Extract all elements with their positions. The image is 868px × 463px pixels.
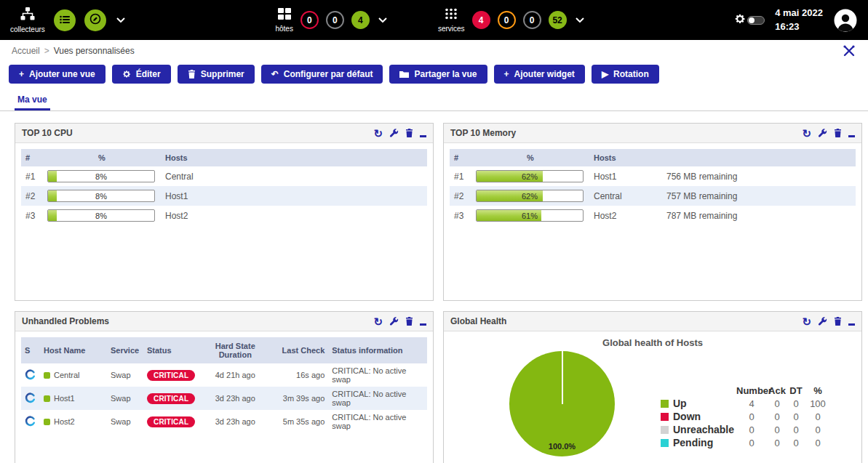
service-name[interactable]: Swap — [107, 387, 143, 410]
legend-row-down: Down 0 0 0 0 — [661, 410, 831, 423]
table-row: #2 8% Host1 — [21, 186, 427, 206]
service-name[interactable]: Swap — [107, 410, 143, 433]
service-name[interactable]: Swap — [107, 363, 143, 387]
host-name[interactable]: Host2 — [54, 417, 75, 426]
column-header: Hosts — [161, 149, 427, 166]
current-date: 4 mai 2022 — [775, 7, 823, 20]
table-row: #1 62% Host1 756 MB remaining — [450, 166, 856, 186]
tab-ma-vue[interactable]: Ma vue — [15, 89, 50, 110]
column-header — [662, 149, 856, 166]
share-view-button[interactable]: Partager la vue — [389, 65, 487, 84]
host-name[interactable]: Central — [54, 371, 79, 379]
breadcrumb: Accueil > Vues personnalisées — [0, 40, 868, 62]
pie-percentage-label: 100.0% — [549, 442, 576, 451]
minimize-icon[interactable] — [848, 317, 855, 326]
centreon-service-icon — [25, 396, 36, 405]
plus-icon: + — [19, 70, 24, 78]
pie-legend: Number Ack DT % Up 4 0 0 100 Down 0 0 0 — [661, 384, 831, 449]
legend-header-ack: Ack — [767, 385, 787, 396]
services-menu[interactable]: services — [438, 8, 465, 33]
host-status-square — [44, 372, 50, 379]
delete-view-button[interactable]: Supprimer — [178, 65, 255, 84]
minimize-icon[interactable] — [420, 129, 426, 137]
set-default-view-button[interactable]: ↶ Configurer par défaut — [261, 65, 383, 84]
hosts-menu[interactable]: hôtes — [275, 8, 292, 33]
legend-dt: 0 — [787, 411, 805, 422]
trash-icon[interactable] — [834, 129, 842, 137]
folder-icon — [399, 71, 409, 78]
hosts-down-badge[interactable]: 0 — [300, 11, 319, 29]
bar-label: 62% — [477, 171, 583, 182]
host-name[interactable]: Host2 — [161, 206, 427, 225]
centreon-service-icon — [25, 373, 36, 382]
add-view-button[interactable]: + Ajouter une vue — [9, 65, 105, 84]
trash-icon[interactable] — [405, 317, 413, 326]
refresh-icon[interactable]: ↻ — [373, 128, 383, 139]
refresh-icon[interactable]: ↻ — [373, 316, 383, 327]
services-warning-badge[interactable]: 0 — [498, 11, 516, 29]
pie-divider — [562, 351, 563, 404]
view-toolbar: + Ajouter une vue Éditer Supprimer ↶ Con… — [0, 62, 868, 89]
user-avatar[interactable] — [833, 8, 858, 33]
gear-icon — [122, 70, 131, 78]
services-label: services — [438, 25, 465, 33]
host-status-square — [44, 419, 50, 425]
status-badge: CRITICAL — [147, 416, 195, 427]
add-widget-button[interactable]: + Ajouter widget — [494, 65, 585, 84]
toggle-track — [747, 16, 765, 25]
poller-configuration-button[interactable] — [84, 9, 106, 31]
trash-icon[interactable] — [405, 129, 413, 137]
plus-icon: + — [504, 70, 509, 78]
bar-label: 8% — [48, 210, 154, 222]
wrench-icon[interactable] — [389, 317, 399, 326]
rotation-button[interactable]: ▶ Rotation — [592, 65, 659, 84]
hosts-chevron-down-icon[interactable] — [378, 17, 387, 23]
rank-cell: #3 — [450, 206, 471, 225]
legend-ack: 0 — [767, 424, 787, 435]
tools-icon[interactable] — [842, 44, 856, 58]
pollers-chevron-down-icon[interactable] — [116, 17, 125, 23]
column-header: # — [450, 149, 471, 166]
gear-icon — [734, 13, 746, 28]
host-name[interactable]: Host1 — [589, 166, 662, 186]
memory-remaining: 756 MB remaining — [662, 166, 856, 186]
button-label: Supprimer — [201, 69, 244, 79]
host-name[interactable]: Central — [589, 186, 662, 206]
legend-number: 0 — [736, 424, 767, 435]
column-header: Status — [143, 337, 199, 363]
legend-percent: 0 — [805, 424, 831, 435]
poller-list-button[interactable] — [54, 9, 76, 31]
breadcrumb-home-link[interactable]: Accueil — [12, 46, 40, 56]
host-name[interactable]: Host2 — [589, 206, 662, 225]
pollers-icon — [20, 7, 35, 23]
host-name[interactable]: Central — [161, 166, 427, 186]
pollers-menu[interactable]: collecteurs — [10, 7, 45, 33]
trash-icon[interactable] — [834, 317, 842, 326]
legend-percent: 0 — [805, 438, 831, 448]
legend-label: Up — [673, 398, 687, 409]
wrench-icon[interactable] — [818, 317, 827, 326]
rank-cell: #1 — [450, 166, 471, 186]
legend-color-square — [661, 439, 669, 447]
hosts-label: hôtes — [275, 25, 292, 33]
wrench-icon[interactable] — [389, 129, 399, 138]
host-name[interactable]: Host1 — [161, 186, 427, 206]
wrench-icon[interactable] — [818, 129, 827, 138]
services-critical-badge[interactable]: 4 — [472, 11, 490, 29]
hosts-unreachable-badge[interactable]: 0 — [326, 11, 344, 29]
refresh-icon[interactable]: ↻ — [802, 128, 811, 139]
services-unknown-badge[interactable]: 0 — [523, 11, 541, 29]
column-header: Hosts — [589, 149, 662, 166]
refresh-icon[interactable]: ↻ — [802, 316, 811, 327]
edit-view-button[interactable]: Éditer — [112, 65, 171, 84]
services-ok-badge[interactable]: 52 — [549, 11, 567, 29]
memory-usage-bar: 62% — [476, 170, 584, 182]
hosts-up-badge[interactable]: 4 — [351, 11, 370, 29]
theme-toggle[interactable] — [734, 13, 765, 28]
services-chevron-down-icon[interactable] — [576, 17, 584, 23]
table-row: #3 61% Host2 787 MB remaining — [450, 206, 856, 225]
host-name[interactable]: Host1 — [54, 394, 75, 403]
hosts-health-pie-chart[interactable]: 100.0% — [509, 351, 615, 456]
minimize-icon[interactable] — [848, 129, 855, 137]
minimize-icon[interactable] — [420, 317, 426, 326]
